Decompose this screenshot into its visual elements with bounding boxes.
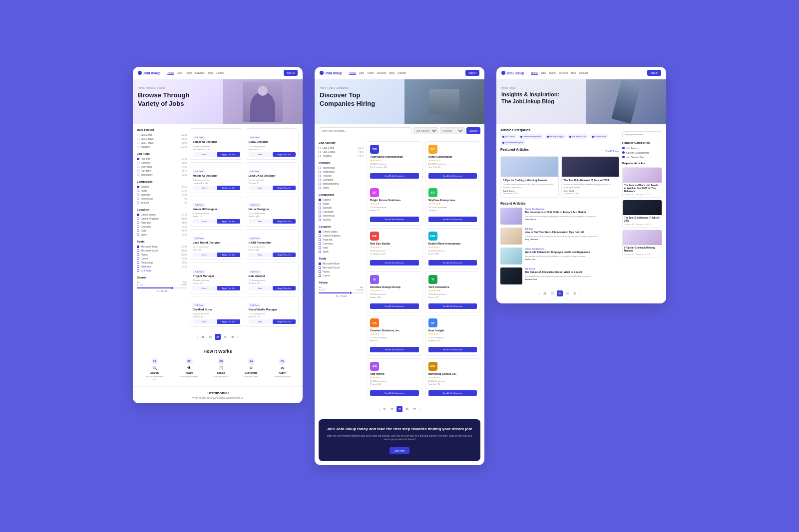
filter-checkbox[interactable] xyxy=(319,235,321,237)
next-page[interactable]: › xyxy=(237,335,238,339)
apply-job-btn[interactable]: Apply This Job xyxy=(217,319,240,324)
filter-checkbox[interactable] xyxy=(137,162,139,164)
filter-checkbox[interactable] xyxy=(137,138,139,140)
filter-checkbox[interactable] xyxy=(137,218,139,220)
cat-chip-career-dev[interactable]: Career Development xyxy=(518,134,543,139)
filter-checkbox[interactable] xyxy=(319,167,321,169)
page-num[interactable]: 31 xyxy=(200,334,206,340)
save-job-btn[interactable]: Save xyxy=(193,219,216,224)
page-num[interactable]: 32 xyxy=(549,290,555,296)
nav-signin-2[interactable]: Sign In xyxy=(465,70,479,76)
page-num-active[interactable]: 33 xyxy=(397,406,402,412)
salary-slider[interactable] xyxy=(137,287,187,288)
filter-checkbox[interactable] xyxy=(137,166,139,168)
filter-checkbox[interactable] xyxy=(319,147,321,149)
see-jobs-btn[interactable]: See All Job Vacancies xyxy=(428,173,477,179)
filter-checkbox[interactable] xyxy=(319,207,321,209)
filter-checkbox[interactable] xyxy=(319,274,321,277)
filter-checkbox[interactable] xyxy=(319,211,321,213)
location-select[interactable]: Location xyxy=(440,127,465,134)
nav-link-home-2[interactable]: Home xyxy=(349,71,356,75)
save-job-btn[interactable]: Save xyxy=(193,152,216,157)
see-jobs-btn[interactable]: See All Job Vacancies xyxy=(370,303,419,309)
nav-link-jobs-2[interactable]: Jobs xyxy=(359,71,365,75)
see-jobs-btn[interactable]: See All Job Vacancies xyxy=(428,217,477,222)
page-num[interactable]: 34 xyxy=(222,334,228,340)
salary-thumb-2[interactable] xyxy=(349,291,352,294)
see-jobs-btn[interactable]: See All Job Vacancies xyxy=(370,390,419,396)
nav-signin-3[interactable]: Sign In xyxy=(647,70,661,76)
save-job-btn[interactable]: Save xyxy=(249,219,272,224)
apply-job-btn[interactable]: Apply This Job xyxy=(217,286,240,290)
filter-checkbox[interactable] xyxy=(137,186,139,188)
save-job-btn[interactable]: Save xyxy=(193,186,216,190)
prev-page-3[interactable]: ‹ xyxy=(539,292,540,295)
apply-job-btn[interactable]: Apply This Job xyxy=(217,152,240,157)
save-job-btn[interactable]: Save xyxy=(249,286,272,290)
filter-checkbox[interactable] xyxy=(319,203,321,205)
nav-link-blog-2[interactable]: Blog xyxy=(390,71,395,75)
nav-link-home-1[interactable]: Home xyxy=(167,71,174,75)
filter-checkbox[interactable] xyxy=(137,230,139,232)
prev-page-2[interactable]: ‹ xyxy=(379,408,380,411)
save-job-btn[interactable]: Save xyxy=(249,186,272,190)
nav-link-services-1[interactable]: Services xyxy=(195,71,205,75)
save-job-btn[interactable]: Save xyxy=(249,319,272,324)
nav-link-blog-3[interactable]: Blog xyxy=(571,71,576,75)
filter-checkbox[interactable] xyxy=(319,263,321,265)
filter-checkbox[interactable] xyxy=(319,251,321,253)
nav-link-home-3[interactable]: Home xyxy=(531,71,537,75)
save-job-btn[interactable]: Save xyxy=(193,286,216,290)
filter-checkbox[interactable] xyxy=(137,258,139,260)
page-num[interactable]: 32 xyxy=(389,406,395,412)
filter-checkbox[interactable] xyxy=(137,222,139,224)
salary-slider-2[interactable] xyxy=(319,292,364,293)
page-num[interactable]: 35 xyxy=(230,334,236,340)
prev-page[interactable]: ‹ xyxy=(197,335,198,339)
filter-checkbox[interactable] xyxy=(319,215,321,217)
see-jobs-btn[interactable]: See All Job Vacancies xyxy=(428,390,477,396)
filter-checkbox[interactable] xyxy=(319,243,321,245)
filter-checkbox[interactable] xyxy=(319,179,321,181)
page-num[interactable]: 35 xyxy=(411,406,417,412)
filter-checkbox[interactable] xyxy=(319,155,321,157)
apply-job-btn[interactable]: Apply This Job xyxy=(273,152,296,157)
nav-link-contact-2[interactable]: Contact xyxy=(398,71,406,75)
see-jobs-btn[interactable]: See All Job Vacancies xyxy=(428,260,477,266)
apply-job-btn[interactable]: Apply This Job xyxy=(273,319,296,324)
see-jobs-btn[interactable]: See All Job Vacancies xyxy=(370,347,419,352)
apply-job-btn[interactable]: Apply This Job xyxy=(217,253,240,257)
apply-job-btn[interactable]: Apply This Job xyxy=(273,286,296,290)
cat-chip-market[interactable]: Job Market Analytics xyxy=(500,140,525,145)
filter-checkbox[interactable] xyxy=(137,226,139,228)
page-num[interactable]: 31 xyxy=(542,290,548,296)
filter-checkbox[interactable] xyxy=(137,134,139,136)
view-all-link[interactable]: View All Articles xyxy=(605,150,619,152)
see-jobs-btn[interactable]: See All Job Vacancies xyxy=(370,260,419,266)
page-num-active[interactable]: 33 xyxy=(215,334,221,340)
filter-checkbox[interactable] xyxy=(137,198,139,200)
filter-checkbox[interactable] xyxy=(137,234,139,236)
salary-thumb[interactable] xyxy=(171,286,174,289)
nav-signin-1[interactable]: Sign In xyxy=(284,70,298,76)
filter-checkbox[interactable] xyxy=(319,270,321,273)
apply-job-btn[interactable]: Apply This Job xyxy=(273,186,296,190)
filter-checkbox[interactable] xyxy=(319,171,321,173)
filter-checkbox[interactable] xyxy=(319,266,321,269)
next-page-2[interactable]: › xyxy=(419,408,420,411)
cat-chip-industry[interactable]: Industry Insights xyxy=(545,134,566,139)
search-button-2[interactable]: Search xyxy=(466,127,480,134)
filter-checkbox[interactable] xyxy=(137,174,139,176)
filter-checkbox[interactable] xyxy=(137,146,139,148)
filter-checkbox[interactable] xyxy=(137,250,139,252)
nav-link-jobs-1[interactable]: Jobs xyxy=(177,71,183,75)
next-page-3[interactable]: › xyxy=(579,292,580,295)
filter-checkbox[interactable] xyxy=(137,170,139,172)
see-jobs-btn[interactable]: See All Job Vacancies xyxy=(370,217,419,222)
filter-checkbox[interactable] xyxy=(137,194,139,196)
cta-btn[interactable]: Join Now xyxy=(390,447,410,454)
nav-link-jobs-3[interactable]: Jobs xyxy=(541,71,546,75)
see-jobs-btn[interactable]: See All Job Vacancies xyxy=(370,173,419,179)
job-industry-select[interactable]: Job Industry xyxy=(413,127,438,134)
nav-link-contact-1[interactable]: Contact xyxy=(216,71,224,75)
